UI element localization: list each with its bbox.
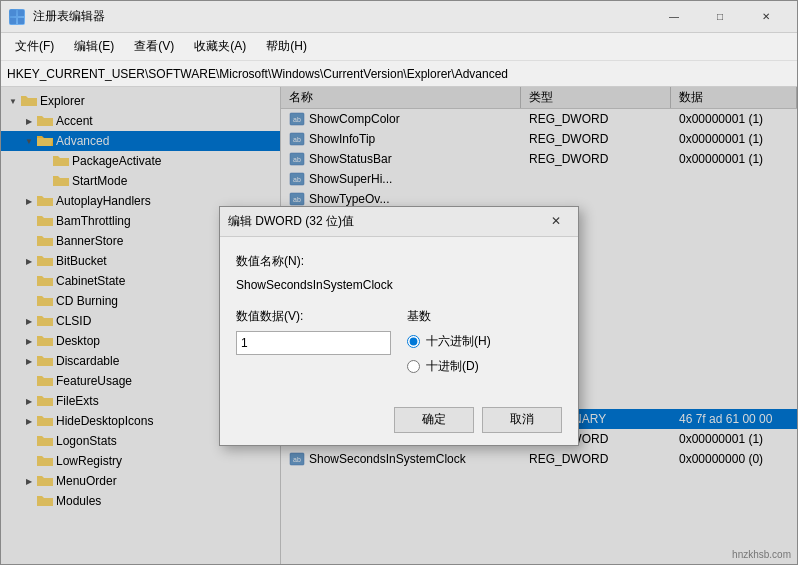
radio-hex-label[interactable]: 十六进制(H): [407, 333, 562, 350]
data-row: 数值数据(V): 基数 十六进制(H): [236, 308, 562, 375]
data-input-group: 数值数据(V):: [236, 308, 391, 375]
maximize-button[interactable]: □: [697, 1, 743, 33]
radio-dec[interactable]: [407, 360, 420, 373]
data-label: 数值数据(V):: [236, 308, 391, 325]
name-label: 数值名称(N):: [236, 253, 562, 270]
ok-button[interactable]: 确定: [394, 407, 474, 433]
menu-edit[interactable]: 编辑(E): [64, 34, 124, 59]
dialog-title: 编辑 DWORD (32 位)值: [228, 213, 542, 230]
menu-bar: 文件(F) 编辑(E) 查看(V) 收藏夹(A) 帮助(H): [1, 33, 797, 61]
svg-rect-1: [18, 10, 24, 16]
dialog-body: 数值名称(N): ShowSecondsInSystemClock 数值数据(V…: [220, 237, 578, 399]
base-label: 基数: [407, 308, 562, 325]
menu-favorites[interactable]: 收藏夹(A): [184, 34, 256, 59]
svg-rect-2: [10, 18, 16, 24]
menu-help[interactable]: 帮助(H): [256, 34, 317, 59]
dialog-buttons: 确定 取消: [220, 399, 578, 445]
menu-view[interactable]: 查看(V): [124, 34, 184, 59]
window-controls: — □ ✕: [651, 1, 789, 33]
close-button[interactable]: ✕: [743, 1, 789, 33]
edit-dword-dialog: 编辑 DWORD (32 位)值 ✕ 数值名称(N): ShowSecondsI…: [219, 206, 579, 446]
data-value-input[interactable]: [236, 331, 391, 355]
main-content: ▼ Explorer ▶ Accent ▼: [1, 87, 797, 564]
svg-rect-3: [18, 18, 24, 24]
address-bar: HKEY_CURRENT_USER\SOFTWARE\Microsoft\Win…: [1, 61, 797, 87]
title-bar: 注册表编辑器 — □ ✕: [1, 1, 797, 33]
app-icon: [9, 9, 25, 25]
radio-hex[interactable]: [407, 335, 420, 348]
window-title: 注册表编辑器: [33, 8, 651, 25]
minimize-button[interactable]: —: [651, 1, 697, 33]
radio-group: 十六进制(H) 十进制(D): [407, 333, 562, 375]
base-group: 基数 十六进制(H) 十进制(D): [407, 308, 562, 375]
radio-dec-label[interactable]: 十进制(D): [407, 358, 562, 375]
address-text: HKEY_CURRENT_USER\SOFTWARE\Microsoft\Win…: [7, 67, 508, 81]
svg-rect-0: [10, 10, 16, 16]
cancel-button[interactable]: 取消: [482, 407, 562, 433]
dialog-overlay: 编辑 DWORD (32 位)值 ✕ 数值名称(N): ShowSecondsI…: [1, 87, 797, 564]
dialog-title-bar: 编辑 DWORD (32 位)值 ✕: [220, 207, 578, 237]
name-value: ShowSecondsInSystemClock: [236, 276, 562, 294]
menu-file[interactable]: 文件(F): [5, 34, 64, 59]
dialog-close-button[interactable]: ✕: [542, 210, 570, 232]
